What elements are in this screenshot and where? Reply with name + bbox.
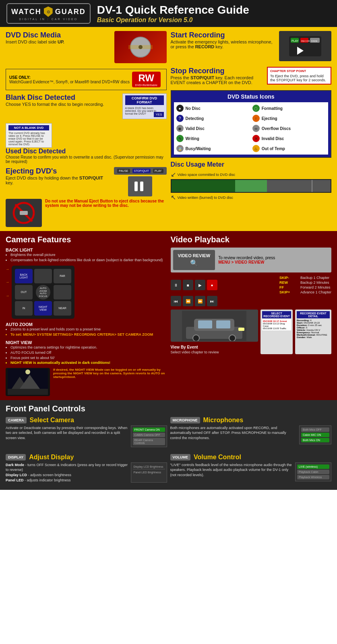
volume-body: "LIVE" controls feedback level of the wi… (170, 462, 293, 481)
writing-icon: ✎ (176, 135, 184, 142)
select-recorded-event-panel: SELECT RECORDED EVENT 05/15/08 10:17 Arr… (261, 310, 293, 354)
camera-btn-label[interactable]: CAMERA (6, 417, 27, 423)
night-view-title: NIGHT VIEW (6, 340, 167, 345)
fp-controls-row: CAMERA Select Camera Activate or Deactiv… (6, 417, 331, 450)
header-title-block: DV-1 Quick Reference Guide Basic Operati… (97, 4, 249, 24)
display-btn-label[interactable]: DISPLAY (6, 454, 26, 460)
microphones-title: Microphones (203, 417, 244, 424)
adjust-display-title: Adjust Display (29, 454, 74, 461)
svg-rect-20 (8, 389, 48, 395)
event-view-area: View By Event Select video chapter to re… (171, 310, 332, 354)
svg-point-26 (193, 335, 199, 341)
status-overflow: ∞ Overflow Discs (252, 124, 327, 133)
front-camera-on: FRONT Camera ON (133, 427, 165, 432)
night-view-btn[interactable]: NIGHTVIEW (34, 301, 52, 316)
svg-rect-24 (198, 320, 212, 328)
playback-cabin: Playback Cabin (297, 470, 329, 474)
event-list: 05/15/08 10:17 Arrest 05/16/08 13:12 Dru… (262, 319, 291, 330)
car-svg (182, 311, 246, 341)
stop-pb-btn[interactable]: ■ (183, 280, 193, 290)
volume-header: VOLUME Volume Control (170, 454, 332, 461)
car-image-area: View By Event Select video chapter to re… (171, 310, 258, 354)
status-formatting: ◌ Formatting (252, 104, 327, 113)
back-light-feature: BACK LIGHT Brightens the overall picture… (6, 248, 167, 262)
ff-desc: Forward 2 Minutes (300, 285, 331, 289)
view-by-event-label: View By Event (171, 343, 258, 350)
bottom-arrow-icon: ↖ (171, 194, 176, 201)
out-btn[interactable]: OUT (15, 285, 33, 299)
pause-button[interactable]: PAUSE (117, 169, 130, 173)
logo-shield-icon: ⊙ (44, 6, 53, 17)
both-mics-on: Both Mics ON (301, 438, 329, 442)
svg-point-27 (229, 335, 236, 341)
no-disc-icon: ● (176, 105, 184, 112)
valid-disc-label: Valid Disc (186, 126, 205, 131)
pause-pb-btn[interactable]: ⏸ (171, 280, 181, 290)
record-pb-btn[interactable]: ● (207, 280, 217, 290)
svg-rect-4 (140, 182, 143, 191)
microphones-body-area: Both microphones are automatically activ… (170, 425, 332, 444)
right-column: PLAY RECORD FADE Start Recording Activat… (171, 31, 332, 227)
not-blank-title: NOT A BLANK DVD (8, 125, 49, 130)
rewind-btn[interactable]: ⏪ (183, 296, 193, 306)
skip-back-btn[interactable]: ⏮ (171, 296, 181, 306)
disc-usage-meter: Disc Usage Meter ↙ Video space committed… (171, 161, 332, 201)
logo-guard-text: GUARD (55, 8, 86, 16)
pause-symbol-svg (131, 178, 149, 195)
status-icons-heading: DVD Status Icons (174, 93, 329, 100)
blank-disc-section: CONFIRM DVD FORMAT A blank DVD has been … (6, 93, 167, 122)
skip-minus-desc: Backup 1 Chapter (300, 276, 329, 280)
back-light-btn[interactable]: BACKLIGHT (15, 269, 33, 283)
chapter-stop-title: CHAPTER STOP POINT (270, 69, 328, 73)
busy-icon: ⌛ (176, 145, 184, 152)
skip-info: SKIP- Backup 1 Chapter REW Backup 2 Minu… (279, 276, 331, 294)
empty-btn-1 (34, 269, 52, 283)
far-btn[interactable]: FAR (54, 269, 71, 283)
ff-key: FF (279, 285, 297, 289)
no-disc-label: No Disc (186, 106, 201, 111)
top-label: Video space committed to DVD disc (178, 173, 235, 177)
microphones-item: MICROPHONE Microphones Both microphones … (170, 417, 332, 444)
ff-btn[interactable]: ⏩ (195, 296, 205, 306)
review-text: To review recorded video, press MENU > V… (218, 256, 275, 264)
svg-text:PLAY: PLAY (292, 39, 299, 42)
status-no-disc: ● No Disc (176, 104, 250, 113)
confirm-dvd-format-box: CONFIRM DVD FORMAT A blank DVD has been … (122, 93, 167, 119)
video-review-box: VIDEO REVIEW 🔍 To review recorded video,… (171, 248, 332, 272)
overflow-label: Overflow Discs (262, 126, 291, 131)
skip-plus-key: SKIP+ (279, 290, 297, 294)
view-by-event-sub: Select video chapter to review (171, 350, 258, 354)
play-button[interactable]: PLAY (153, 169, 163, 173)
stop-quit-button[interactable]: STOP/QUIT (132, 169, 151, 173)
video-review-label: VIDEO REVIEW 🔍 (173, 250, 215, 270)
zoom-focus-btn[interactable]: AUTOZOOMAUTOFOCUS (36, 285, 50, 299)
mic-btn-label[interactable]: MICROPHONE (170, 417, 200, 423)
microphones-header: MICROPHONE Microphones (170, 417, 332, 424)
status-icons-box: DVD Status Icons ● No Disc ◌ Formatting … (171, 90, 332, 158)
select-camera-title: Select Camera (30, 417, 74, 424)
skip-minus-row: SKIP- Backup 1 Chapter (279, 276, 331, 280)
live-wireless: LIVE (wireless) (297, 464, 329, 469)
svg-rect-28 (238, 328, 244, 331)
camera-screen-display: FRONT Camera ON CABIN Camera OFF REAR Ca… (131, 425, 167, 447)
rew-desc: Backup 2 Minutes (300, 281, 329, 285)
cabin-mic-on: Cabin MIC ON (301, 433, 329, 437)
invalid-label: Invalid Disc (262, 136, 284, 141)
yes-button[interactable]: YES (154, 112, 163, 117)
camera-button-grid: BACKLIGHT FAR OUT AUTOZOOMAUTOFOCUS IN N… (12, 266, 74, 319)
camera-buttons-diagram: → → → BACKLIGHT FAR OUT AUTOZOOMAUTOFOCU… (6, 266, 167, 319)
near-btn[interactable]: NEAR (54, 301, 71, 316)
skip-minus-key: SKIP- (279, 276, 297, 280)
arrow-labels: → → → (6, 266, 9, 298)
auto-zoom-title: AUTO ZOOM (6, 322, 167, 327)
ejecting-label: Ejecting (262, 116, 277, 121)
in-btn[interactable]: IN (15, 301, 33, 316)
ff-row: FF Forward 2 Minutes (279, 285, 331, 289)
status-ejecting: ↑ Ejecting (252, 114, 327, 123)
play-pb-btn[interactable]: ▶ (195, 280, 205, 290)
select-camera-body-area: Activate or Deactivate cameras by pressi… (6, 425, 167, 447)
skip-plus-row: SKIP+ Advance 1 Chapter (279, 290, 331, 294)
skip-fwd-btn[interactable]: ⏭ (207, 296, 217, 306)
volume-btn-label[interactable]: VOLUME (170, 454, 191, 460)
select-camera-body: Activate or Deactivate cameras by pressi… (6, 425, 128, 447)
